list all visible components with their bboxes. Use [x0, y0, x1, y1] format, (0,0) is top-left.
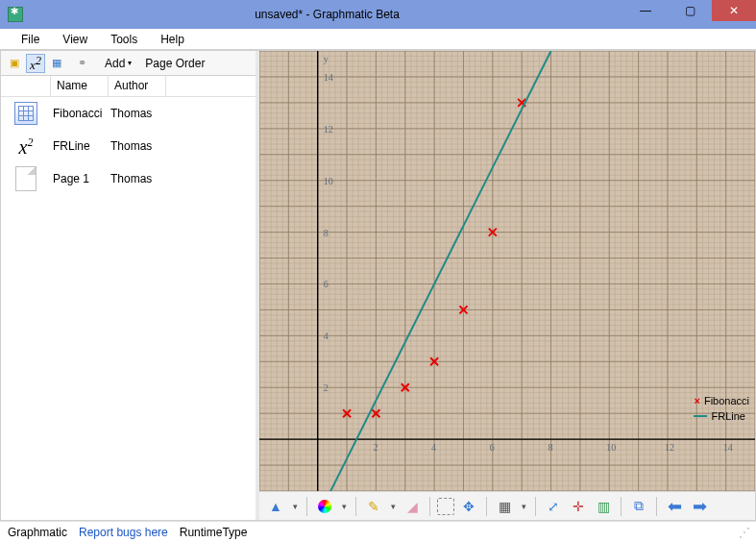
tree-row[interactable]: x2 FRLine Thomas: [1, 130, 256, 162]
svg-text:2: 2: [324, 382, 329, 393]
new-page-icon[interactable]: ▣: [5, 54, 24, 73]
marker-style-dropdown[interactable]: ▾: [290, 496, 300, 517]
svg-text:2: 2: [373, 442, 378, 453]
row-author: Thomas: [109, 139, 166, 153]
plot-area[interactable]: 22446688101012121414y ×Fibonacci FRLine: [259, 51, 755, 491]
link-icon[interactable]: ⚭: [72, 54, 91, 73]
svg-text:10: 10: [606, 442, 616, 453]
equation-icon: x2: [19, 136, 34, 157]
tree-row[interactable]: Fibonacci Thomas: [1, 97, 256, 130]
menu-view[interactable]: View: [53, 31, 97, 48]
new-dataset-icon[interactable]: ▦: [47, 54, 66, 73]
svg-text:4: 4: [431, 442, 436, 453]
menu-file[interactable]: File: [12, 31, 49, 48]
status-bar: Graphmatic Report bugs here RuntimeType …: [0, 521, 756, 542]
new-equation-icon[interactable]: x2: [26, 54, 45, 73]
sidebar: ▣ x2 ▦ ⚭ Add▾ Page Order Name Author Fib…: [1, 51, 259, 520]
svg-text:14: 14: [723, 442, 733, 453]
menu-tools[interactable]: Tools: [101, 31, 147, 48]
plot-svg: 22446688101012121414y: [259, 51, 755, 491]
eraser-icon[interactable]: ◢: [402, 496, 423, 517]
svg-text:6: 6: [324, 279, 329, 289]
menu-help[interactable]: Help: [151, 31, 194, 48]
svg-text:10: 10: [324, 176, 333, 186]
graph-toolbar: ▲ ▾ ▾ ✎ ▾ ◢ ✥ ▦ ▾ ⤢ ✛ ▥ ⧉ ⬅ ➡: [259, 491, 755, 520]
export-icon[interactable]: ▥: [593, 496, 614, 517]
pan-icon[interactable]: ✥: [458, 496, 479, 517]
axes-reset-icon[interactable]: ✛: [568, 496, 589, 517]
page-order-label: Page Order: [145, 57, 205, 70]
legend: ×Fibonacci FRLine: [694, 393, 749, 424]
row-name: Fibonacci: [51, 107, 109, 120]
row-author: Thomas: [109, 172, 166, 185]
header-name[interactable]: Name: [51, 76, 109, 96]
legend-item: FRLine: [694, 408, 749, 424]
tree-header: Name Author: [1, 76, 256, 97]
sidebar-toolbar: ▣ x2 ▦ ⚭ Add▾ Page Order: [1, 51, 256, 76]
svg-text:4: 4: [324, 331, 329, 341]
color-dropdown[interactable]: ▾: [339, 496, 349, 517]
menu-bar: File View Tools Help: [0, 29, 756, 50]
resize-grip-icon[interactable]: ⋰: [739, 526, 748, 539]
tree-row[interactable]: Page 1 Thomas: [1, 162, 256, 195]
fit-icon[interactable]: ⤢: [543, 496, 564, 517]
page-order-button[interactable]: Page Order: [139, 54, 210, 73]
color-picker-icon[interactable]: [314, 496, 335, 517]
maximize-button[interactable]: ▢: [668, 0, 712, 21]
graph-panel: 22446688101012121414y ×Fibonacci FRLine …: [259, 51, 755, 520]
window-title: unsaved* - Graphmatic Beta: [31, 8, 623, 21]
report-bugs-link[interactable]: Report bugs here: [79, 526, 168, 539]
row-name: FRLine: [51, 139, 109, 153]
item-tree[interactable]: Name Author Fibonacci Thomas x2 FRLine T…: [1, 76, 256, 520]
page-icon: [15, 166, 37, 191]
status-app: Graphmatic: [8, 526, 67, 539]
svg-text:8: 8: [549, 442, 553, 453]
svg-text:8: 8: [324, 228, 329, 238]
close-button[interactable]: ✕: [712, 0, 756, 21]
add-label: Add: [105, 57, 125, 70]
app-icon: [8, 7, 23, 22]
next-page-icon[interactable]: ➡: [689, 496, 710, 517]
pencil-icon[interactable]: ✎: [363, 496, 384, 517]
pencil-dropdown[interactable]: ▾: [388, 496, 398, 517]
minimize-button[interactable]: —: [623, 0, 668, 21]
add-dropdown[interactable]: Add▾: [99, 54, 137, 73]
grid-toggle-icon[interactable]: ▦: [494, 496, 515, 517]
dataset-icon: [14, 102, 37, 125]
svg-text:14: 14: [324, 72, 333, 83]
svg-text:6: 6: [490, 442, 495, 453]
title-bar: unsaved* - Graphmatic Beta — ▢ ✕: [0, 0, 756, 29]
svg-text:12: 12: [665, 442, 674, 453]
copy-image-icon[interactable]: ⧉: [628, 496, 649, 517]
marker-style-icon[interactable]: ▲: [265, 496, 286, 517]
header-author[interactable]: Author: [109, 76, 166, 96]
grid-dropdown[interactable]: ▾: [519, 496, 528, 517]
row-author: Thomas: [109, 107, 166, 120]
svg-text:y: y: [324, 54, 329, 64]
select-rect-icon[interactable]: [437, 498, 454, 515]
status-runtime: RuntimeType: [180, 526, 248, 539]
svg-text:12: 12: [324, 124, 333, 135]
prev-page-icon[interactable]: ⬅: [664, 496, 685, 517]
legend-item: ×Fibonacci: [694, 393, 749, 408]
row-name: Page 1: [51, 172, 109, 185]
